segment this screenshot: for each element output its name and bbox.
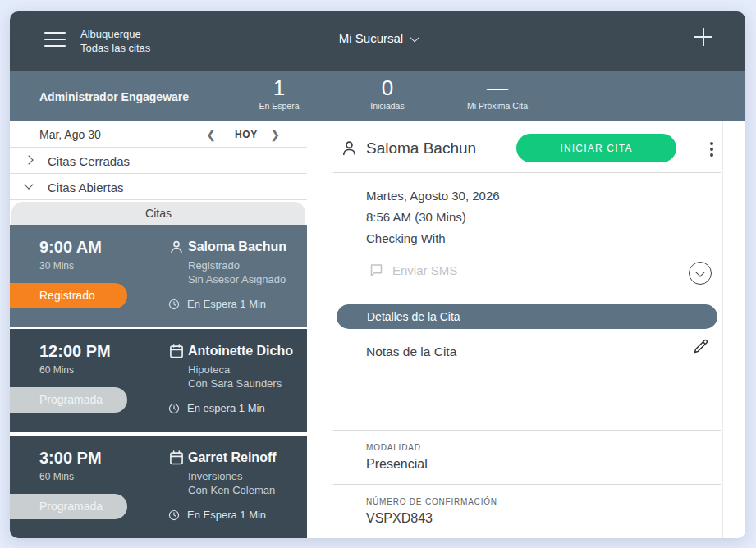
branch-selector[interactable]: Mi Sucursal	[10, 31, 745, 45]
next-day-icon[interactable]: ❯	[269, 129, 281, 140]
appointment-card-antoinette-dicho[interactable]: 12:00 PM 60 Mins Programada Antoinette D…	[10, 329, 307, 432]
status-badge: Programada	[10, 494, 127, 519]
checking-with-line: Checking With	[366, 231, 446, 245]
counter-next-value: —	[440, 75, 555, 100]
appointment-time: 3:00 PM	[39, 449, 102, 468]
appointment-card-garret-reinoff[interactable]: 3:00 PM 60 Mins Programada Garret Reinof…	[10, 436, 307, 538]
chat-bubble-icon	[369, 263, 384, 277]
clock-icon	[168, 509, 180, 521]
person-icon	[168, 239, 185, 255]
appointment-status-line: Registrado	[188, 259, 240, 272]
send-sms-button[interactable]: Enviar SMS	[369, 263, 457, 277]
appointment-detail-panel: Saloma Bachun INICIAR CITA Martes, Agost…	[307, 121, 745, 538]
branch-selector-label: Mi Sucursal	[339, 31, 403, 45]
modality-value: Presencial	[366, 457, 428, 472]
customer-name: Garret Reinoff	[188, 450, 277, 465]
calendar-icon	[168, 450, 185, 466]
detail-customer-name: Saloma Bachun	[366, 139, 476, 158]
current-date-label: Mar, Ago 30	[39, 128, 101, 141]
start-appointment-button[interactable]: INICIAR CITA	[516, 134, 676, 162]
customer-name: Antoinette Dicho	[188, 344, 293, 358]
app-window: Albuquerque Todas las citas Mi Sucursal …	[10, 11, 745, 538]
wait-time: En espera 1 Min	[168, 402, 265, 414]
chevron-down-icon	[24, 180, 33, 189]
confirmation-number-label: NÚMERO DE CONFIRMACIÓN	[366, 497, 497, 506]
send-sms-label: Enviar SMS	[392, 263, 457, 277]
appointment-time: 9:00 AM	[39, 238, 102, 257]
calendar-icon	[168, 343, 185, 359]
wait-time: En Espera 1 Min	[168, 509, 266, 521]
divider	[333, 484, 721, 485]
divider	[333, 430, 721, 431]
customer-name: Saloma Bachun	[188, 240, 286, 254]
appointments-sidebar: Mar, Ago 30 ❮ HOY ❯ Citas Cerradas Citas…	[10, 121, 307, 538]
clock-icon	[168, 403, 180, 414]
service-line: Inversiones	[188, 470, 242, 482]
service-line: Hipoteca	[188, 363, 230, 376]
top-header: Albuquerque Todas las citas Mi Sucursal	[10, 11, 745, 71]
counter-waiting-value: 1	[230, 75, 328, 100]
tab-citas[interactable]: Citas	[11, 202, 305, 225]
chevron-right-icon	[24, 155, 33, 164]
modality-label: MODALIDAD	[366, 443, 421, 452]
appointment-details-button[interactable]: Detalles de la Cita	[337, 304, 717, 329]
counter-waiting: 1 En Espera	[230, 75, 328, 111]
closed-appointments-section[interactable]: Citas Cerradas	[10, 148, 307, 174]
more-options-icon[interactable]	[704, 139, 719, 160]
appointment-duration: 30 Mins	[39, 260, 74, 272]
admin-label: Administrador Engageware	[39, 90, 189, 103]
today-button[interactable]: HOY	[225, 129, 268, 140]
scrollbar-track[interactable]	[722, 121, 723, 538]
open-appointments-section[interactable]: Citas Abiertas	[10, 174, 307, 200]
add-appointment-button[interactable]	[693, 26, 714, 48]
previous-day-icon[interactable]: ❮	[205, 129, 217, 140]
date-navigation: Mar, Ago 30 ❮ HOY ❯	[10, 121, 307, 148]
advisor-line: Sin Asesor Asignado	[188, 273, 286, 285]
counter-started-value: 0	[338, 75, 437, 100]
edit-pencil-icon[interactable]	[692, 338, 709, 355]
divider	[333, 172, 721, 173]
appointment-duration: 60 Mins	[39, 364, 74, 376]
status-badge: Registrado	[10, 283, 127, 308]
appointment-date-line: Martes, Agosto 30, 2026	[366, 189, 500, 203]
closed-appointments-label: Citas Cerradas	[48, 154, 130, 168]
notes-label: Notas de la Cita	[366, 345, 456, 359]
person-icon	[340, 139, 359, 158]
confirmation-number-value: VSPXD843	[366, 511, 433, 526]
counter-started: 0 Iniciadas	[338, 75, 437, 111]
counter-next-label: Mi Próxima Cita	[440, 101, 555, 111]
expand-chevron-icon[interactable]	[689, 262, 712, 285]
status-badge: Programada	[10, 387, 127, 413]
wait-time: En Espera 1 Min	[168, 298, 266, 310]
counter-next-appointment: — Mi Próxima Cita	[440, 75, 555, 111]
counter-started-label: Iniciadas	[338, 101, 437, 111]
clock-icon	[168, 299, 180, 310]
counter-waiting-label: En Espera	[230, 101, 328, 111]
appointment-time: 12:00 PM	[39, 342, 111, 361]
appointment-card-saloma-bachun[interactable]: 9:00 AM 30 Mins Registrado Saloma Bachun…	[10, 225, 307, 327]
status-bar: Administrador Engageware 1 En Espera 0 I…	[10, 71, 745, 121]
advisor-line: Con Ken Coleman	[188, 484, 275, 496]
advisor-line: Con Sara Saunders	[188, 377, 282, 390]
appointment-duration: 60 Mins	[39, 471, 74, 482]
appointment-time-line: 8:56 AM (30 Mins)	[366, 210, 466, 224]
chevron-down-icon	[410, 33, 419, 42]
open-appointments-label: Citas Abiertas	[48, 180, 124, 194]
